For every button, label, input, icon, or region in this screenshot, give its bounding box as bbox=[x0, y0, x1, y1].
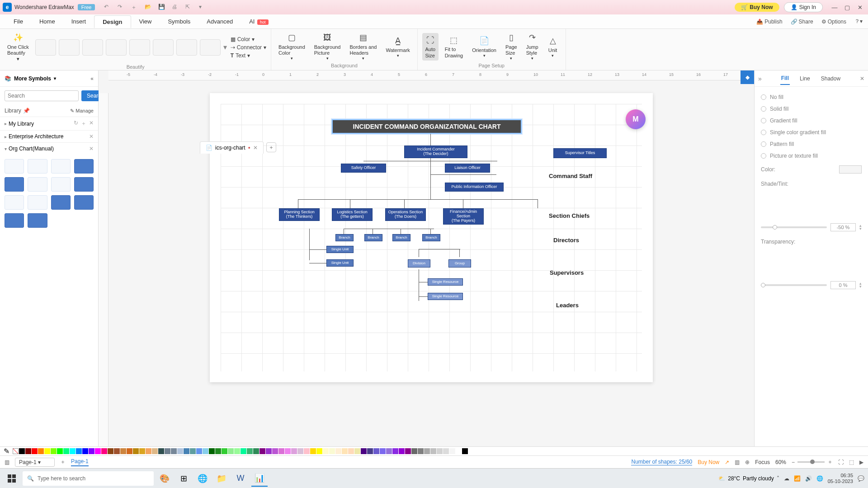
color-swatch[interactable] bbox=[304, 448, 310, 454]
theme-swatch-5[interactable] bbox=[129, 39, 150, 56]
color-swatch[interactable] bbox=[430, 448, 436, 454]
color-swatch[interactable] bbox=[32, 448, 38, 454]
tab-file[interactable]: File bbox=[5, 15, 31, 28]
node-division[interactable]: Division bbox=[408, 259, 430, 267]
buy-now-button[interactable]: 🛒 Buy Now bbox=[735, 3, 779, 12]
color-swatch[interactable] bbox=[291, 448, 297, 454]
shape-item[interactable] bbox=[51, 177, 71, 192]
color-swatch[interactable] bbox=[114, 448, 120, 454]
color-swatch[interactable] bbox=[411, 448, 417, 454]
theme-swatch-6[interactable] bbox=[153, 39, 174, 56]
tab-shadow[interactable]: Shadow bbox=[820, 73, 841, 84]
format-side-tab-icon[interactable]: ◆ bbox=[741, 70, 754, 84]
document-tab[interactable]: 📄 ics-org-chart • ✕ bbox=[200, 141, 264, 154]
zoom-value[interactable]: 60% bbox=[775, 459, 786, 465]
fill-opt-picture[interactable]: Picture or texture fill bbox=[761, 150, 862, 162]
explorer-icon[interactable]: 📁 bbox=[213, 470, 230, 487]
color-swatch[interactable] bbox=[209, 448, 215, 454]
tab-advanced[interactable]: Advanced bbox=[198, 15, 241, 28]
more-icon[interactable]: ▾ bbox=[199, 4, 206, 11]
page-selector[interactable]: Page-1 ▾ bbox=[15, 458, 55, 467]
library-pin-icon[interactable]: 📌 bbox=[23, 108, 30, 114]
print-icon[interactable]: 🖨 bbox=[172, 4, 179, 11]
color-swatch[interactable] bbox=[25, 448, 31, 454]
tab-view[interactable]: View bbox=[131, 15, 160, 28]
color-swatch[interactable] bbox=[165, 448, 170, 454]
tab-home[interactable]: Home bbox=[31, 15, 63, 28]
node-branch[interactable]: Branch bbox=[422, 234, 440, 241]
tray-chevron-icon[interactable]: ˄ bbox=[777, 475, 779, 482]
share-link[interactable]: 🔗 Share bbox=[791, 18, 813, 25]
add-tab-button[interactable]: ＋ bbox=[266, 142, 276, 152]
node-finance[interactable]: Finance/AdminSection(The Payers) bbox=[443, 208, 484, 225]
color-swatch[interactable] bbox=[266, 448, 272, 454]
theme-swatch-8[interactable] bbox=[200, 39, 221, 56]
color-swatch[interactable] bbox=[120, 448, 126, 454]
section-org-chart[interactable]: ▾ Org Chart(Manual) ✕ bbox=[0, 142, 98, 155]
bg-picture-button[interactable]: 🖼Background Picture▾ bbox=[311, 31, 344, 63]
unit-button[interactable]: △Unit▾ bbox=[545, 34, 561, 60]
color-swatch[interactable] bbox=[203, 448, 208, 454]
color-swatch[interactable] bbox=[443, 448, 449, 454]
text-dropdown[interactable]: T Text ▾ bbox=[231, 52, 266, 59]
node-planning[interactable]: Planning Section(The Thinkers) bbox=[279, 208, 320, 221]
tab-fill[interactable]: Fill bbox=[780, 72, 790, 85]
color-swatch[interactable] bbox=[462, 448, 468, 454]
spinner-icon[interactable]: ▴▾ bbox=[859, 282, 862, 288]
watermark-button[interactable]: A̲Watermark▾ bbox=[383, 34, 412, 60]
color-swatch[interactable] bbox=[418, 448, 424, 454]
theme-swatch-1[interactable] bbox=[35, 39, 56, 56]
shape-item[interactable] bbox=[28, 195, 47, 210]
fill-opt-single-gradient[interactable]: Single color gradient fill bbox=[761, 127, 862, 138]
fill-opt-pattern[interactable]: Pattern fill bbox=[761, 138, 862, 150]
fullscreen-icon[interactable]: ⬚ bbox=[849, 459, 854, 465]
edrawmax-icon[interactable]: 📊 bbox=[251, 470, 268, 487]
node-single-resource[interactable]: Single Resource bbox=[428, 293, 463, 300]
close-panel-icon[interactable]: ✕ bbox=[860, 75, 864, 82]
drawing-page[interactable]: M INCIDENT COMMAND ORGANIZATIONAL CHART … bbox=[210, 93, 653, 382]
node-operations[interactable]: Operations Section(The Doers) bbox=[385, 208, 426, 221]
node-incident-commander[interactable]: Incident Commander(The Decider) bbox=[404, 145, 467, 158]
notifications-icon[interactable]: 💬 bbox=[858, 475, 864, 482]
borders-button[interactable]: ▤Borders and Headers▾ bbox=[347, 31, 380, 63]
theme-swatch-7[interactable] bbox=[176, 39, 197, 56]
shape-item[interactable] bbox=[74, 159, 94, 174]
shade-slider[interactable] bbox=[761, 226, 827, 228]
node-branch[interactable]: Branch bbox=[335, 234, 354, 241]
close-section-icon[interactable]: ✕ bbox=[89, 145, 94, 152]
color-swatch[interactable] bbox=[361, 448, 367, 454]
page-size-button[interactable]: ▯Page Size▾ bbox=[503, 31, 520, 63]
color-swatch[interactable] bbox=[196, 448, 202, 454]
word-icon[interactable]: W bbox=[232, 470, 249, 487]
color-swatch[interactable] bbox=[133, 448, 139, 454]
color-swatch[interactable] bbox=[310, 448, 316, 454]
shape-item[interactable] bbox=[5, 177, 24, 192]
shape-item[interactable] bbox=[5, 213, 24, 228]
jump-style-button[interactable]: ↷Jump Style▾ bbox=[524, 31, 541, 63]
node-liaison-officer[interactable]: Liaison Officer bbox=[445, 164, 490, 173]
sign-in-button[interactable]: 👤 Sign In bbox=[784, 2, 823, 12]
fit-page-icon[interactable]: ⛶ bbox=[838, 459, 844, 465]
shape-item[interactable] bbox=[74, 195, 94, 210]
color-swatch[interactable] bbox=[158, 448, 164, 454]
shape-item[interactable] bbox=[5, 159, 24, 174]
zoom-slider[interactable] bbox=[797, 461, 825, 463]
chart-title-box[interactable]: INCIDENT COMMAND ORGANIZATIONAL CHART bbox=[332, 119, 522, 134]
open-icon[interactable]: 📂 bbox=[145, 4, 152, 11]
spinner-icon[interactable]: ▴▾ bbox=[859, 224, 862, 230]
color-swatch[interactable] bbox=[323, 448, 329, 454]
transparency-slider[interactable] bbox=[761, 284, 827, 286]
color-swatch[interactable] bbox=[108, 448, 113, 454]
color-swatch[interactable] bbox=[38, 448, 44, 454]
color-swatch[interactable] bbox=[63, 448, 69, 454]
add-page-icon[interactable]: ＋ bbox=[60, 458, 66, 466]
auto-size-button[interactable]: ⛶Auto Size bbox=[422, 33, 439, 60]
node-safety-officer[interactable]: Safety Officer bbox=[341, 164, 386, 173]
expand-panel-icon[interactable]: » bbox=[758, 75, 762, 82]
color-swatch[interactable] bbox=[367, 448, 373, 454]
color-dropdown[interactable]: ▦ Color ▾ bbox=[231, 36, 266, 42]
manage-library-button[interactable]: ✎ Manage bbox=[70, 108, 94, 114]
options-link[interactable]: ⚙ Options bbox=[821, 18, 846, 25]
zoom-out-icon[interactable]: − bbox=[792, 459, 795, 465]
volume-icon[interactable]: 🔊 bbox=[805, 475, 812, 482]
